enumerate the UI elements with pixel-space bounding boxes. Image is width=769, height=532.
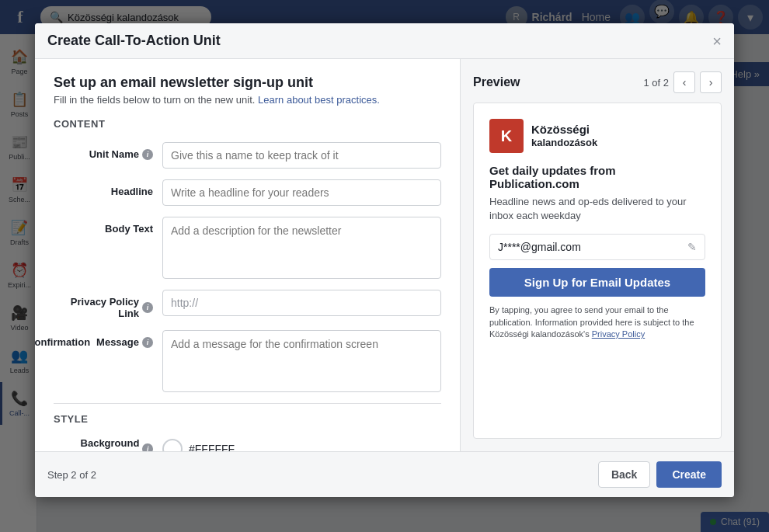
preview-card: K Közösségi kalandozások Get daily updat… [473,103,722,439]
preview-disclaimer: By tapping, you agree to send your email… [489,304,705,340]
footer-buttons: Back Create [598,461,722,488]
preview-nav: 1 of 2 ‹ › [643,71,722,93]
confirmation-message-input[interactable] [162,330,441,392]
preview-body-text: Headline news and op-eds delivered to yo… [489,195,705,223]
modal-header: Create Call-To-Action Unit × [35,23,734,59]
preview-title: Preview [473,75,520,89]
learn-more-link[interactable]: Learn about best practices. [258,94,380,106]
headline-input[interactable] [162,179,441,206]
preview-logo-icon: K [489,119,524,153]
privacy-info-icon[interactable]: i [142,302,153,313]
privacy-policy-row: Privacy Policy Link i [54,290,441,319]
body-text-label: Body Text [54,217,162,235]
back-button[interactable]: Back [598,461,650,488]
modal-overlay: Create Call-To-Action Unit × Set up an e… [0,0,769,532]
preview-logo-text: Közösségi kalandozások [531,123,597,149]
content-section-title: Content [54,118,441,133]
headline-label: Headline [54,179,162,197]
preview-cta-button[interactable]: Sign Up for Email Updates [489,268,705,297]
preview-header: Preview 1 of 2 ‹ › [473,71,722,93]
unit-name-input[interactable] [162,142,441,169]
background-color-value: #FFFFFF [189,443,235,451]
form-subtitle: Fill in the fields below to turn on the … [54,94,441,106]
preview-panel: Preview 1 of 2 ‹ › K Közösségi kalandozá… [461,59,734,451]
style-section-title: Style [54,413,441,428]
close-button[interactable]: × [712,33,722,49]
background-color-label: Background Color i [54,437,162,451]
bg-color-info-icon[interactable]: i [142,443,153,451]
confirmation-info-icon[interactable]: i [142,337,153,348]
preview-page-info: 1 of 2 [643,77,669,89]
body-text-input[interactable] [162,217,441,279]
modal-footer: Step 2 of 2 Back Create [35,451,734,497]
modal: Create Call-To-Action Unit × Set up an e… [35,23,734,497]
unit-name-info-icon[interactable]: i [142,149,153,160]
preview-logo-name2: kalandozások [531,137,597,149]
confirmation-message-label: ConfirmationMessage i [54,330,162,348]
preview-email-value: J****@gmail.com [498,241,687,253]
form-panel: Set up an email newsletter sign-up unit … [35,59,461,451]
confirmation-message-row: ConfirmationMessage i [54,330,441,392]
privacy-policy-input[interactable] [162,290,441,316]
preview-email-row: J****@gmail.com ✎ [489,234,705,260]
modal-body: Set up an email newsletter sign-up unit … [35,59,734,451]
background-color-row: Background Color i #FFFFFF [54,437,441,451]
unit-name-label: Unit Name i [54,142,162,160]
form-heading: Set up an email newsletter sign-up unit [54,75,441,91]
preview-next-button[interactable]: › [700,71,722,93]
create-button[interactable]: Create [656,461,722,488]
body-text-row: Body Text [54,217,441,279]
step-indicator: Step 2 of 2 [47,469,96,481]
privacy-policy-label: Privacy Policy Link i [54,290,162,319]
preview-edit-icon[interactable]: ✎ [687,241,697,253]
preview-privacy-link[interactable]: Privacy Policy [592,329,645,339]
style-divider [54,403,441,404]
preview-logo-name1: Közösségi [531,123,597,137]
preview-headline: Get daily updates from Publication.com [489,164,705,190]
preview-logo-area: K Közösségi kalandozások [489,119,705,153]
modal-title: Create Call-To-Action Unit [47,33,221,49]
preview-prev-button[interactable]: ‹ [673,71,695,93]
unit-name-row: Unit Name i [54,142,441,169]
background-color-swatch[interactable] [162,439,183,451]
headline-row: Headline [54,179,441,206]
